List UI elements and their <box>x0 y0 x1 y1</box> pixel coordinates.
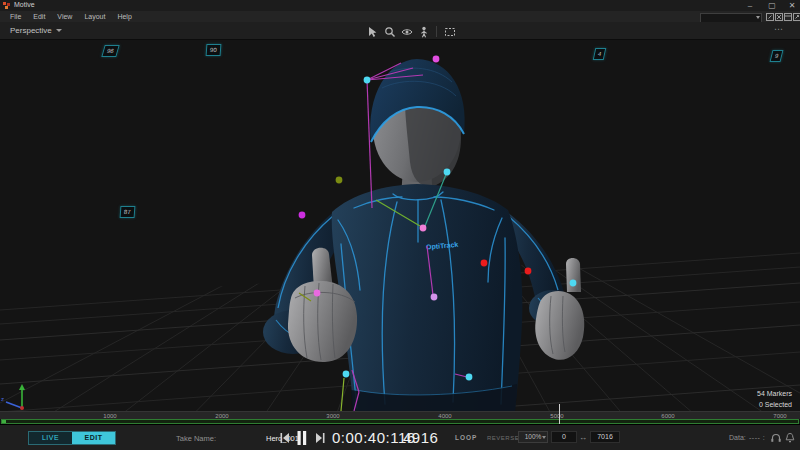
marker-dot[interactable] <box>481 260 488 267</box>
marker-dot[interactable] <box>525 268 532 275</box>
zoom-tool-button[interactable] <box>383 25 396 38</box>
marker-dot[interactable] <box>431 294 438 301</box>
live-button[interactable]: LIVE <box>29 432 72 444</box>
svg-text:z: z <box>1 396 4 402</box>
layout-combo[interactable] <box>700 13 762 23</box>
view-mode-dropdown[interactable]: Perspective <box>10 26 62 35</box>
frame-number-display[interactable]: 4916 <box>403 429 438 446</box>
menu-view[interactable]: View <box>51 11 78 22</box>
marker-dot[interactable] <box>364 77 371 84</box>
camera-label[interactable]: 87 <box>120 206 136 218</box>
select-tool-button[interactable] <box>366 25 379 38</box>
orientation-gizmo: z <box>1 384 25 410</box>
marker-dot[interactable] <box>314 290 321 297</box>
viewport-options-button[interactable]: ⋯ <box>774 24 784 34</box>
take-name-label: Take Name: <box>176 434 216 443</box>
range-end-input[interactable]: 7016 <box>590 431 620 443</box>
viewport-toolbar: Perspective ⋯ <box>0 22 800 40</box>
headset-icon[interactable] <box>770 432 782 443</box>
range-icon: ↔ <box>579 433 587 442</box>
playback-speed-dropdown[interactable]: 100% <box>518 431 548 443</box>
viewport-3d[interactable]: z <box>0 40 800 411</box>
marker-dot[interactable] <box>444 169 451 176</box>
skeleton-tool-button[interactable] <box>417 25 430 38</box>
range-start-input[interactable]: 0 <box>551 431 577 443</box>
menu-help[interactable]: Help <box>111 11 137 22</box>
menu-layout[interactable]: Layout <box>78 11 111 22</box>
marquee-select-tool-button[interactable] <box>443 25 456 38</box>
range-start-cap <box>2 420 6 423</box>
marker-stick <box>367 80 372 208</box>
pane-toggle-icon-2[interactable] <box>775 13 783 21</box>
timeline-ruler[interactable]: 1000200030004000500060007000 <box>0 411 800 419</box>
pane-toggle-icon-1[interactable] <box>766 13 774 21</box>
scene-canvas: z <box>0 40 800 411</box>
torso <box>332 184 523 411</box>
marker-dot[interactable] <box>570 280 577 287</box>
title-bar: Motive – ▢ ✕ <box>0 0 800 11</box>
marker-dot[interactable] <box>336 177 343 184</box>
maximize-button[interactable]: ▢ <box>764 0 780 11</box>
marker-dot[interactable] <box>433 56 440 63</box>
marker-dot[interactable] <box>466 374 473 381</box>
motive-window: Motive – ▢ ✕ File Edit View Layout Help … <box>0 0 800 450</box>
eye-tool-button[interactable] <box>400 25 413 38</box>
marker-status: 54 Markers 0 Selected <box>757 388 792 410</box>
skip-to-end-button[interactable] <box>314 432 326 444</box>
pane-toggle-icon-3[interactable] <box>784 13 792 21</box>
chevron-down-icon <box>756 16 760 19</box>
chevron-down-icon <box>542 436 546 439</box>
camera-label[interactable]: 90 <box>206 44 222 56</box>
chevron-down-icon <box>56 29 62 32</box>
playhead[interactable] <box>559 404 560 424</box>
window-title: Motive <box>14 1 35 8</box>
live-edit-toggle: LIVE EDIT <box>28 431 116 445</box>
app-icon <box>3 2 11 10</box>
marker-dot[interactable] <box>299 212 306 219</box>
marker-count: 54 Markers <box>757 388 792 399</box>
menu-bar: File Edit View Layout Help <box>0 11 800 22</box>
close-button[interactable]: ✕ <box>784 0 800 11</box>
data-label: Data: <box>729 434 746 441</box>
edit-button[interactable]: EDIT <box>72 432 115 444</box>
selected-count: 0 Selected <box>757 399 792 410</box>
marker-dot[interactable] <box>343 371 350 378</box>
bell-icon[interactable] <box>784 432 796 444</box>
minimize-button[interactable]: – <box>742 0 758 11</box>
reverse-toggle[interactable]: REVERSE <box>487 435 519 441</box>
menu-file[interactable]: File <box>4 11 27 22</box>
pause-button[interactable] <box>296 430 308 446</box>
menu-edit[interactable]: Edit <box>27 11 51 22</box>
transport-bar: LIVE EDIT Take Name: Hero_001 0:00:40:11… <box>0 424 800 450</box>
toolbar-separator <box>436 26 437 37</box>
pane-toggle-icon-4[interactable] <box>793 13 800 21</box>
loop-toggle[interactable]: LOOP <box>455 434 477 441</box>
data-value: ---- : <box>749 434 765 441</box>
marker-dot[interactable] <box>420 225 427 232</box>
skip-to-start-button[interactable] <box>279 432 291 444</box>
character-model[interactable]: OptiTrack <box>263 59 584 411</box>
